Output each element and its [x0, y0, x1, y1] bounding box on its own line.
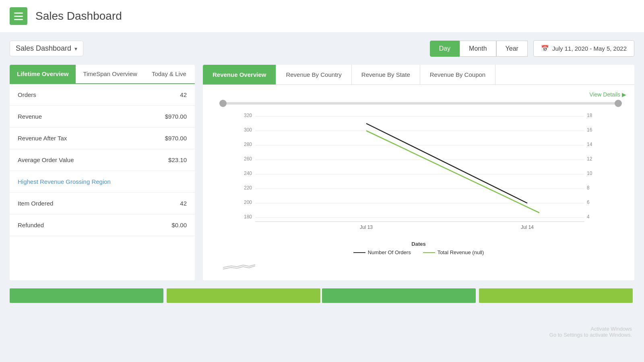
svg-text:Jul 13: Jul 13: [360, 224, 373, 230]
calendar-icon: 📅: [541, 45, 549, 52]
svg-text:4: 4: [587, 214, 590, 220]
metric-item-ordered: Item Ordered 42: [10, 193, 195, 214]
metrics-list: Orders 42 Revenue $970.00 Revenue After …: [10, 84, 195, 236]
range-track: [223, 102, 618, 105]
svg-text:180: 180: [244, 214, 252, 220]
svg-text:200: 200: [244, 200, 252, 205]
bottom-strips: [0, 288, 644, 303]
tab-revenue-overview[interactable]: Revenue Overview: [203, 65, 276, 84]
orders-line: [366, 123, 527, 203]
metric-orders-value: 42: [180, 91, 187, 98]
bottom-strip-2: [167, 288, 320, 303]
legend-revenue-label: Total Revenue (null): [438, 249, 484, 255]
bottom-strip-1: [10, 288, 163, 303]
metric-avg-order-value-label: Average Order Value: [18, 156, 74, 163]
legend-orders-label: Number Of Orders: [368, 249, 411, 255]
metric-revenue: Revenue $970.00: [10, 106, 195, 128]
dashboard-selector-label: Sales Dashboard: [16, 44, 71, 53]
svg-text:12: 12: [587, 156, 592, 162]
right-tab-bar: Revenue Overview Revenue By Country Reve…: [203, 65, 634, 85]
svg-text:240: 240: [244, 171, 252, 176]
menu-line: [14, 16, 23, 17]
period-year-button[interactable]: Year: [496, 41, 528, 57]
legend-revenue-line: [423, 252, 435, 253]
view-details-link[interactable]: View Details ▶: [211, 89, 626, 99]
svg-text:320: 320: [244, 113, 252, 118]
minimap: [223, 259, 626, 272]
range-thumb-left[interactable]: [219, 100, 227, 107]
svg-text:6: 6: [587, 200, 590, 205]
revenue-chart: 320 300 280 260 240 220 200 180 18 16 14…: [211, 109, 626, 238]
period-day-button[interactable]: Day: [430, 41, 460, 57]
svg-text:16: 16: [587, 127, 592, 133]
left-tab-bar: Lifetime Overview TimeSpan Overview Toda…: [10, 65, 195, 84]
svg-text:220: 220: [244, 185, 252, 191]
right-panel: Revenue Overview Revenue By Country Reve…: [203, 65, 634, 280]
svg-text:8: 8: [587, 185, 590, 191]
metric-refunded-value: $0.00: [171, 222, 187, 228]
app-title: Sales Dashboard: [35, 10, 122, 23]
tab-revenue-by-country[interactable]: Revenue By Country: [276, 65, 351, 84]
metric-avg-order-value-value: $23.10: [168, 156, 187, 163]
revenue-line: [366, 131, 539, 213]
svg-text:18: 18: [587, 113, 592, 118]
tab-timespan-overview[interactable]: TimeSpan Overview: [76, 65, 144, 84]
svg-text:280: 280: [244, 142, 252, 147]
legend-revenue: Total Revenue (null): [423, 249, 484, 255]
chart-area: View Details ▶ 320 300 280 260 240 220 2…: [203, 85, 634, 280]
chart-x-axis-label: Dates: [211, 241, 626, 247]
tab-revenue-by-coupon[interactable]: Revenue By Coupon: [420, 65, 495, 84]
svg-text:14: 14: [587, 142, 592, 147]
metric-highest-region: Highest Revenue Grossing Region: [10, 171, 195, 193]
metric-revenue-after-tax: Revenue After Tax $970.00: [10, 128, 195, 149]
dashboard-selector[interactable]: Sales Dashboard ▾: [10, 41, 83, 56]
bottom-strip-3: [322, 288, 476, 303]
metric-item-ordered-value: 42: [180, 200, 187, 207]
legend-orders: Number Of Orders: [353, 249, 411, 255]
range-slider[interactable]: [223, 99, 618, 107]
period-controls: Day Month Year 📅 July 11, 2020 - May 5, …: [430, 40, 634, 57]
top-bar: Sales Dashboard: [0, 0, 644, 32]
menu-line: [14, 12, 23, 14]
menu-button[interactable]: [10, 7, 27, 25]
tab-lifetime-overview[interactable]: Lifetime Overview: [10, 65, 76, 84]
sub-header: Sales Dashboard ▾ Day Month Year 📅 July …: [0, 32, 644, 65]
metric-highest-region-label[interactable]: Highest Revenue Grossing Region: [18, 178, 111, 185]
svg-text:Jul 14: Jul 14: [521, 224, 534, 230]
metric-item-ordered-label: Item Ordered: [18, 200, 53, 207]
chart-legend: Number Of Orders Total Revenue (null): [211, 249, 626, 255]
left-panel: Lifetime Overview TimeSpan Overview Toda…: [10, 65, 195, 280]
svg-text:10: 10: [587, 171, 592, 176]
metric-orders-label: Orders: [18, 91, 36, 98]
metric-refunded-label: Refunded: [18, 222, 44, 228]
svg-text:300: 300: [244, 127, 252, 133]
menu-line: [14, 19, 23, 20]
metric-revenue-label: Revenue: [18, 113, 42, 120]
metric-avg-order-value: Average Order Value $23.10: [10, 149, 195, 171]
bottom-strip-4: [479, 288, 633, 303]
range-thumb-right[interactable]: [615, 100, 622, 107]
tab-today-live[interactable]: Today & Live: [144, 65, 194, 84]
period-month-button[interactable]: Month: [460, 41, 496, 57]
metric-refunded: Refunded $0.00: [10, 214, 195, 236]
metric-orders: Orders 42: [10, 84, 195, 106]
metric-revenue-after-tax-label: Revenue After Tax: [18, 135, 67, 142]
metric-revenue-after-tax-value: $970.00: [165, 135, 187, 142]
legend-orders-line: [353, 252, 365, 253]
date-range-button[interactable]: 📅 July 11, 2020 - May 5, 2022: [533, 40, 634, 57]
tab-revenue-by-state[interactable]: Revenue By State: [352, 65, 420, 84]
chevron-down-icon: ▾: [74, 45, 77, 52]
main-content: Lifetime Overview TimeSpan Overview Toda…: [0, 65, 644, 288]
svg-text:260: 260: [244, 156, 252, 162]
date-range-label: July 11, 2020 - May 5, 2022: [552, 45, 627, 52]
metric-revenue-value: $970.00: [165, 113, 187, 120]
chart-svg-wrapper: 320 300 280 260 240 220 200 180 18 16 14…: [211, 109, 626, 239]
